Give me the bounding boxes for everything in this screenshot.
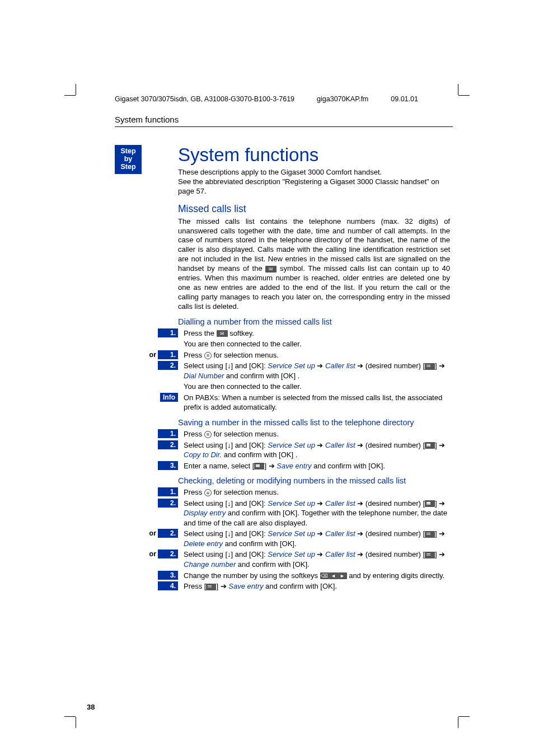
dial-step2b: You are then connected to the caller. xyxy=(178,382,450,392)
right-key-icon: ► xyxy=(338,572,347,579)
save-step2-text: Select using [↓] and [OK]: Service Set u… xyxy=(178,440,450,460)
card-icon-3 xyxy=(254,463,264,469)
badge-s3: 3. xyxy=(158,461,178,470)
check-step3-text: Change the number by using the softkeys … xyxy=(178,571,450,581)
badge-2: 2. xyxy=(158,361,178,370)
desired-3: (desired number) xyxy=(366,499,421,508)
check-or2-prefix: Select using [↓] and [OK]: xyxy=(184,529,268,538)
missed-envelope-icon: ✉ xyxy=(265,266,277,273)
info-badge: Info xyxy=(160,393,178,402)
delete-entry: Delete entry xyxy=(184,539,223,548)
caller-list-5: Caller list xyxy=(325,550,355,558)
badge-c3: 3. xyxy=(158,571,178,580)
intro-text: These descriptions apply to the Gigaset … xyxy=(178,168,450,196)
check-step2-text: Select using [↓] and [OK]: Service Set u… xyxy=(178,499,450,528)
dial-step1b: You are then connected to the caller. xyxy=(178,339,450,349)
heading-missed-calls: Missed calls list xyxy=(178,203,450,215)
save-s3-suffix: and confirm with [OK]. xyxy=(311,462,385,470)
badge-c2: 2. xyxy=(158,499,178,508)
caller-list-2: Caller list xyxy=(325,441,355,449)
check-step1: 1. Press ≡ for selection menus. xyxy=(178,487,450,497)
save-step1-text: Press ≡ for selection menus. xyxy=(178,429,450,439)
check-or3-suffix: and confirm with [OK]. xyxy=(236,560,310,569)
save-s2-prefix: Select using [↓] and [OK]: xyxy=(184,441,268,449)
badge-or3: 2. xyxy=(158,550,178,558)
check-step3: 3. Change the number by using the softke… xyxy=(178,571,450,581)
dial-step2-text: Select using [↓] and [OK]: Service Set u… xyxy=(178,361,450,381)
dial-s2-prefix: Select using [↓] and [OK]: xyxy=(184,361,268,370)
change-number: Change number xyxy=(184,560,236,569)
dial-confirm: and confirm with [OK] . xyxy=(224,372,299,380)
menu-round-icon-3: ≡ xyxy=(204,489,212,496)
back-key-icon: ⌫ xyxy=(320,572,329,579)
display-entry: Display entry xyxy=(184,509,226,517)
sidetab-line3: Step xyxy=(115,163,142,171)
dial-step1b-text: You are then connected to the caller. xyxy=(178,339,450,349)
sidetab-line2: by xyxy=(115,156,142,163)
copy-to-dir: Copy to Dir. xyxy=(184,450,222,459)
save-confirm: and confirm with [OK] . xyxy=(222,450,297,459)
save-step3-text: Enter a name, select [] ➔ Save entry and… xyxy=(178,461,450,471)
caller-list-4: Caller list xyxy=(325,529,355,538)
dial-number: Dial Number xyxy=(184,372,224,380)
check-or2-text: Select using [↓] and [OK]: Service Set u… xyxy=(178,529,450,548)
intro-line2: See the abbreviated description "Registe… xyxy=(178,177,439,195)
heading-dialling: Dialling a number from the missed calls … xyxy=(178,317,450,326)
save-entry: Save entry xyxy=(277,462,311,470)
heading-saving: Saving a number in the missed calls list… xyxy=(178,418,450,427)
meta-doc: Gigaset 3070/3075isdn, GB, A31008-G3070-… xyxy=(115,95,294,103)
menu-round-icon-2: ≡ xyxy=(204,431,212,438)
check-s4-suffix: and confirm with [OK]. xyxy=(263,582,337,590)
doc-meta: Gigaset 3070/3075isdn, GB, A31008-G3070-… xyxy=(115,95,453,103)
dial-info-text: On PABXs: When a number is selected from… xyxy=(178,393,450,412)
or-label: or xyxy=(149,350,157,359)
badge-or1: 1. xyxy=(158,350,178,359)
check-step4-text: Press [] ➔ Save entry and confirm with [… xyxy=(178,581,450,591)
card-icon-6 xyxy=(425,552,435,558)
badge-1: 1. xyxy=(158,328,178,337)
dial-step1: 1. Press the ✉ softkey. xyxy=(178,328,450,339)
dial-or1-text: Press ≡ for selection menus. xyxy=(178,350,450,360)
envelope-softkey-icon: ✉ xyxy=(217,330,228,337)
check-step4: 4. Press [] ➔ Save entry and confirm wit… xyxy=(178,581,450,591)
check-or3-prefix: Select using [↓] and [OK]: xyxy=(184,550,268,558)
badge-s1: 1. xyxy=(158,429,178,438)
check-step2: 2. Select using [↓] and [OK]: Service Se… xyxy=(178,499,450,528)
save-step1: 1. Press ≡ for selection menus. xyxy=(178,429,450,439)
service-setup-5: Service Set up xyxy=(268,550,315,558)
badge-s2: 2. xyxy=(158,440,178,449)
dial-step2b-text: You are then connected to the caller. xyxy=(178,382,450,392)
service-setup-3: Service Set up xyxy=(268,499,315,508)
save-s3-prefix: Enter a name, select xyxy=(184,462,252,470)
content-column: System functions These descriptions appl… xyxy=(178,144,450,593)
caller-list-3: Caller list xyxy=(325,499,355,508)
check-or2-suffix: and confirm with [OK]. xyxy=(223,539,297,548)
or-label-3: or xyxy=(149,550,157,558)
card-icon-5 xyxy=(425,531,435,538)
page-title: System functions xyxy=(178,144,450,166)
badge-c4: 4. xyxy=(158,581,178,590)
dial-step2: 2. Select using [↓] and [OK]: Service Se… xyxy=(178,361,450,381)
save-entry-2: Save entry xyxy=(228,582,263,590)
service-setup: Service Set up xyxy=(268,361,315,370)
meta-file: giga3070KAP.fm xyxy=(317,95,368,103)
missed-calls-body: The missed calls list contains the telep… xyxy=(178,217,450,312)
save-step2: 2. Select using [↓] and [OK]: Service Se… xyxy=(178,440,450,460)
running-header: System functions xyxy=(115,115,453,127)
save-step3: 3. Enter a name, select [] ➔ Save entry … xyxy=(178,461,450,471)
check-or2: or2. Select using [↓] and [OK]: Service … xyxy=(178,529,450,548)
check-or3-text: Select using [↓] and [OK]: Service Set u… xyxy=(178,550,450,569)
desired-number: (desired number) xyxy=(366,361,421,370)
desired-5: (desired number) xyxy=(366,550,421,558)
dial-step1-text: Press the ✉ softkey. xyxy=(178,328,450,339)
check-s2-prefix: Select using [↓] and [OK]: xyxy=(184,499,268,508)
heading-checking: Checking, deleting or modifying numbers … xyxy=(178,476,450,485)
service-setup-4: Service Set up xyxy=(268,529,315,538)
left-key-icon: ◄ xyxy=(329,572,338,579)
desired-2: (desired number) xyxy=(366,441,421,449)
check-s4-prefix: Press xyxy=(184,582,204,590)
caller-list: Caller list xyxy=(325,361,355,370)
page-number: 38 xyxy=(87,703,95,711)
step-by-step-tab: Step by Step xyxy=(115,145,142,174)
badge-c1: 1. xyxy=(158,487,178,496)
